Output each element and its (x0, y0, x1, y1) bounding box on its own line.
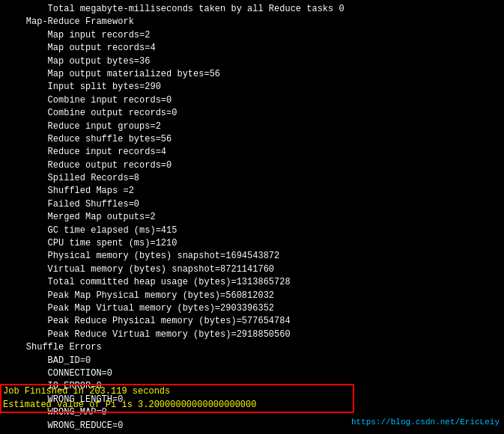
terminal-line: CPU time spent (ms)=1210 (4, 237, 500, 250)
terminal-line: Virtual memory (bytes) snapshot=87211417… (4, 263, 500, 276)
highlight-box: Job Finished in 203.119 seconds Estimate… (0, 384, 354, 413)
terminal-line: Reduce output records=0 (4, 159, 500, 172)
terminal-line: Input split bytes=290 (4, 81, 500, 94)
terminal-line: Peak Reduce Virtual memory (bytes)=29188… (4, 328, 500, 341)
terminal-line: Failed Shuffles=0 (4, 198, 500, 211)
terminal-line: CONNECTION=0 (4, 367, 500, 380)
terminal-line: Shuffle Errors (4, 341, 500, 354)
terminal-line: Map output records=4 (4, 42, 500, 55)
terminal-line: Physical memory (bytes) snapshot=1694543… (4, 250, 500, 263)
terminal-line: Total megabyte-milliseconds taken by all… (4, 3, 500, 16)
terminal-line: Combine output records=0 (4, 107, 500, 120)
url-label: https://blog.csdn.net/EricLeiy (351, 418, 500, 427)
job-finished-line: Job Finished in 203.119 seconds (3, 385, 351, 398)
terminal-line: Merged Map outputs=2 (4, 211, 500, 224)
terminal: Total megabyte-milliseconds taken by all… (0, 0, 504, 434)
terminal-line: Map-Reduce Framework (4, 16, 500, 28)
terminal-line: Combine input records=0 (4, 94, 500, 107)
terminal-line: Peak Map Physical memory (bytes)=5608120… (4, 290, 500, 302)
terminal-line: Spilled Records=8 (4, 172, 500, 185)
terminal-line: Peak Reduce Physical memory (bytes)=5776… (4, 315, 500, 328)
terminal-line: Reduce shuffle bytes=56 (4, 133, 500, 146)
terminal-line: Map input records=2 (4, 29, 500, 42)
terminal-line: Shuffled Maps =2 (4, 185, 500, 198)
terminal-line: Reduce input records=4 (4, 146, 500, 159)
terminal-line: GC time elapsed (ms)=415 (4, 224, 500, 237)
terminal-line: Reduce input groups=2 (4, 120, 500, 133)
terminal-line: Total committed heap usage (bytes)=13138… (4, 276, 500, 289)
terminal-line: Peak Map Virtual memory (bytes)=29033963… (4, 302, 500, 315)
bottom-section: Job Finished in 203.119 seconds Estimate… (0, 392, 504, 434)
terminal-line: BAD_ID=0 (4, 355, 500, 367)
terminal-line: Map output bytes=36 (4, 55, 500, 68)
terminal-line: Map output materialized bytes=56 (4, 68, 500, 81)
pi-estimate-line: Estimated value of Pi is 3.2000000000000… (3, 399, 351, 412)
